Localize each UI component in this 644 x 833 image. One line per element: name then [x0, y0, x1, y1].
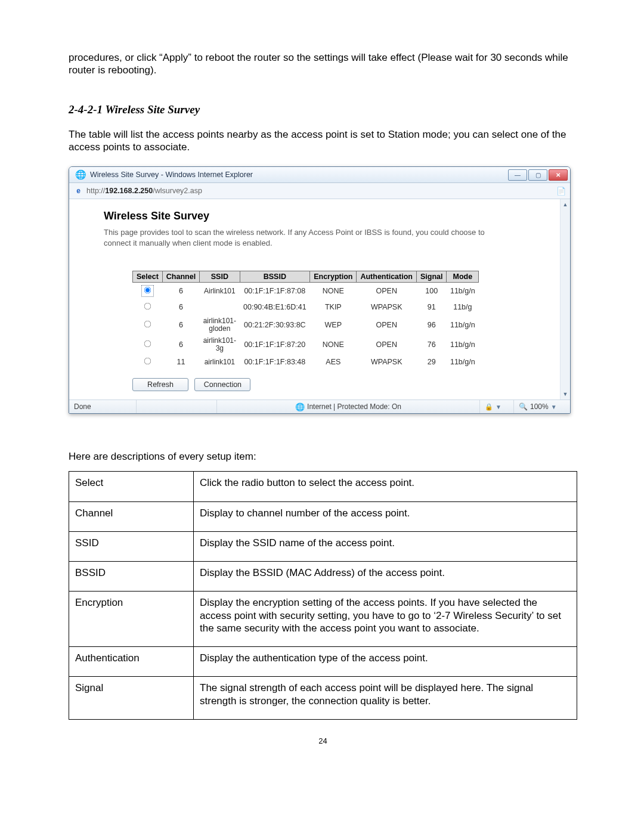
cell-channel: 6 [162, 335, 199, 354]
select-radio[interactable] [144, 287, 151, 294]
col-channel: Channel [162, 271, 199, 283]
table-row: 6airlink101-3g00:1F:1F:1F:87:20NONEOPEN7… [133, 335, 479, 354]
def-term: Encryption [69, 592, 194, 647]
scroll-down-icon[interactable]: ▼ [561, 390, 569, 398]
page-description: This page provides tool to scan the wire… [104, 227, 497, 248]
zoom-value: 100% [530, 402, 549, 411]
def-term: Select [69, 472, 194, 501]
page-number: 24 [69, 736, 577, 745]
table-row: BSSIDDisplay the BSSID (MAC Address) of … [69, 562, 577, 592]
cell-encryption: NONE [310, 283, 357, 300]
cell-mode: 11b/g/n [447, 283, 479, 300]
def-term: BSSID [69, 562, 194, 592]
minimize-button[interactable]: — [508, 169, 527, 181]
cell-bssid: 00:1F:1F:1F:83:48 [240, 354, 310, 370]
url-path: /wlsurvey2.asp [153, 187, 202, 195]
url-scheme: http:// [86, 187, 105, 195]
table-row: 11airlink10100:1F:1F:1F:83:48AESWPAPSK29… [133, 354, 479, 370]
chevron-down-icon: ▼ [551, 404, 557, 410]
chevron-down-icon: ▼ [496, 404, 501, 410]
status-zoom[interactable]: 🔍 100% ▼ [514, 400, 570, 413]
cell-mode: 11b/g [447, 299, 479, 315]
cell-bssid: 00:1F:1F:1F:87:20 [240, 335, 310, 354]
cell-encryption: NONE [310, 335, 357, 354]
def-term: Authentication [69, 647, 194, 677]
cell-channel: 6 [162, 283, 199, 300]
cell-encryption: WEP [310, 315, 357, 335]
cell-ssid: airlink101-gloden [200, 315, 240, 335]
maximize-button[interactable]: ▢ [528, 169, 547, 181]
cell-signal: 76 [416, 335, 447, 354]
status-bar: Done 🌐 Internet | Protected Mode: On 🔒 ▼… [69, 400, 570, 413]
status-zone: 🌐 Internet | Protected Mode: On [217, 400, 480, 413]
table-row: 6Airlink10100:1F:1F:1F:87:08NONEOPEN1001… [133, 283, 479, 300]
cell-ssid: Airlink101 [200, 283, 240, 300]
col-ssid: SSID [200, 271, 240, 283]
window-title: Wireless Site Survey - Windows Internet … [90, 171, 508, 179]
vertical-scrollbar[interactable]: ▲ ▼ [560, 199, 570, 400]
col-authentication: Authentication [357, 271, 417, 283]
definitions-lead-in: Here are descriptions of every setup ite… [69, 451, 577, 463]
address-bar: e http://192.168.2.250/wlsurvey2.asp 📄 [69, 183, 570, 199]
intro-paragraph: procedures, or click “Apply” to reboot t… [69, 51, 577, 77]
def-term: SSID [69, 531, 194, 561]
definitions-table: SelectClick the radio button to select t… [69, 471, 577, 720]
cell-channel: 6 [162, 315, 199, 335]
scroll-up-icon[interactable]: ▲ [561, 200, 569, 209]
cell-signal: 29 [416, 354, 447, 370]
def-desc: Click the radio button to select the acc… [194, 472, 577, 501]
status-progress [137, 400, 217, 413]
survey-table: SelectChannelSSIDBSSIDEncryptionAuthenti… [132, 271, 479, 370]
section-heading: 2-4-2-1 Wireless Site Survey [69, 103, 577, 116]
cell-mode: 11b/g/n [447, 354, 479, 370]
def-desc: Display the authentication type of the a… [194, 647, 577, 677]
close-button[interactable]: ✕ [549, 169, 568, 181]
table-row: 600:90:4B:E1:6D:41TKIPWPAPSK9111b/g [133, 299, 479, 315]
col-mode: Mode [447, 271, 479, 283]
table-row: SSIDDisplay the SSID name of the access … [69, 531, 577, 561]
cell-ssid: airlink101-3g [200, 335, 240, 354]
cell-authentication: WPAPSK [357, 299, 417, 315]
titlebar: 🌐 Wireless Site Survey - Windows Interne… [69, 167, 570, 183]
select-radio[interactable] [144, 320, 151, 327]
cell-authentication: WPAPSK [357, 354, 417, 370]
table-row: ChannelDisplay to channel number of the … [69, 501, 577, 531]
cell-signal: 100 [416, 283, 447, 300]
url-host: 192.168.2.250 [105, 187, 153, 195]
cell-authentication: OPEN [357, 315, 417, 335]
table-row: EncryptionDisplay the encryption setting… [69, 592, 577, 647]
def-desc: The signal strength of each access point… [194, 677, 577, 720]
cell-encryption: AES [310, 354, 357, 370]
col-select: Select [133, 271, 163, 283]
table-row: SignalThe signal strength of each access… [69, 677, 577, 720]
magnifier-icon: 🔍 [519, 402, 528, 411]
cell-signal: 96 [416, 315, 447, 335]
connection-button[interactable]: Connection [194, 378, 250, 391]
cell-bssid: 00:90:4B:E1:6D:41 [240, 299, 310, 315]
col-signal: Signal [416, 271, 447, 283]
body-paragraph: The table will list the access points ne… [69, 128, 577, 154]
def-desc: Display the BSSID (MAC Address) of the a… [194, 562, 577, 592]
cell-mode: 11b/g/n [447, 335, 479, 354]
refresh-button[interactable]: Refresh [132, 378, 188, 391]
def-desc: Display the SSID name of the access poin… [194, 531, 577, 561]
select-radio[interactable] [144, 358, 151, 365]
cell-ssid [200, 299, 240, 315]
def-term: Signal [69, 677, 194, 720]
browser-window: 🌐 Wireless Site Survey - Windows Interne… [69, 166, 571, 414]
page-favicon: e [74, 187, 83, 196]
cell-authentication: OPEN [357, 283, 417, 300]
cell-ssid: airlink101 [200, 354, 240, 370]
url-field[interactable]: http://192.168.2.250/wlsurvey2.asp [86, 187, 556, 195]
cell-bssid: 00:21:2F:30:93:8C [240, 315, 310, 335]
cell-signal: 91 [416, 299, 447, 315]
status-security[interactable]: 🔒 ▼ [480, 400, 514, 413]
def-desc: Display the encryption setting of the ac… [194, 592, 577, 647]
page-heading: Wireless Site Survey [104, 210, 531, 222]
cell-channel: 6 [162, 299, 199, 315]
select-radio[interactable] [144, 340, 151, 348]
cell-channel: 11 [162, 354, 199, 370]
cell-encryption: TKIP [310, 299, 357, 315]
compat-view-icon[interactable]: 📄 [556, 187, 565, 196]
select-radio[interactable] [144, 303, 151, 310]
